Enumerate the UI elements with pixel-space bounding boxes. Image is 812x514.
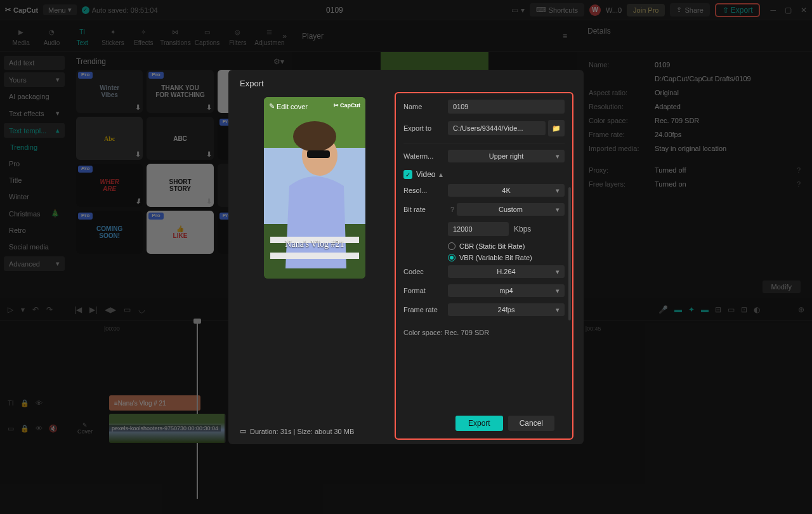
scrollbar[interactable] xyxy=(568,187,571,320)
vbr-radio[interactable]: VBR (Variable Bit Rate) xyxy=(448,254,565,261)
cover-preview: Nana's Vlog #21 ✎ Edit cover ✂ CapCut xyxy=(264,97,365,279)
cover-text: Nana's Vlog #21 xyxy=(264,239,365,249)
bitrate-select[interactable]: Custom▾ xyxy=(457,203,565,216)
capcut-watermark: ✂ CapCut xyxy=(334,102,360,109)
video-checkbox[interactable]: ✓ xyxy=(403,170,412,179)
modal-overlay: Export xyxy=(0,0,812,514)
name-input[interactable] xyxy=(448,100,565,114)
svg-rect-5 xyxy=(307,150,330,158)
export-path-input[interactable] xyxy=(448,121,546,135)
bitrate-input[interactable] xyxy=(448,222,509,236)
export-modal: Export xyxy=(228,70,584,444)
svg-point-4 xyxy=(293,121,336,152)
colorspace-text: Color space: Rec. 709 SDR xyxy=(403,329,565,336)
folder-icon[interactable]: 📁 xyxy=(548,120,565,136)
cancel-button[interactable]: Cancel xyxy=(508,416,554,431)
duration-info: ▭ Duration: 31s | Size: about 30 MB xyxy=(240,427,354,435)
framerate-select[interactable]: 24fps▾ xyxy=(448,303,565,316)
cbr-radio[interactable]: CBR (Static Bit Rate) xyxy=(448,242,565,250)
svg-rect-7 xyxy=(270,253,359,259)
export-confirm-button[interactable]: Export xyxy=(455,416,503,431)
resolution-select[interactable]: 4K▾ xyxy=(448,184,565,197)
codec-select[interactable]: H.264▾ xyxy=(448,265,565,278)
watermark-select[interactable]: Upper right▾ xyxy=(448,150,565,162)
edit-cover-button[interactable]: ✎ Edit cover xyxy=(269,102,308,110)
export-settings-highlight: Name Export to📁 Waterm...Upper right▾ ✓V… xyxy=(395,92,573,440)
cover-image xyxy=(264,97,365,279)
help-icon[interactable]: ? xyxy=(450,206,454,213)
format-select[interactable]: mp4▾ xyxy=(448,284,565,297)
